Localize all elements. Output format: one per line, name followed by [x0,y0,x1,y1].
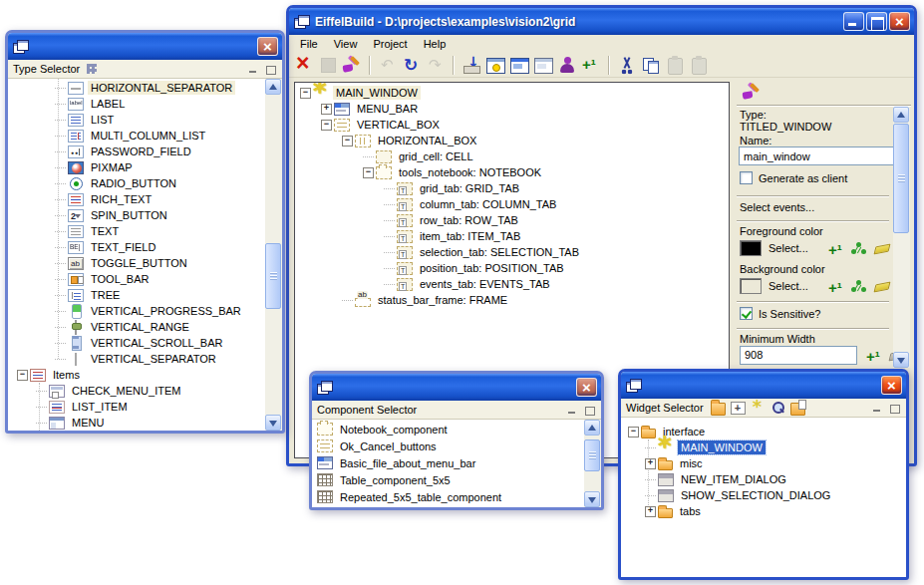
tree-row-label[interactable]: LABEL [9,96,282,112]
export-icon[interactable] [461,55,482,76]
inherit-value-icon[interactable] [850,241,866,256]
scroll-up-button[interactable] [893,107,909,123]
name-input[interactable] [739,146,896,165]
background-select-button[interactable]: Select... [769,280,808,292]
minimize-button[interactable] [843,12,864,31]
tree-row-text-field[interactable]: TEXT_FIELD [9,239,282,255]
tree-row-misc[interactable]: +misc [622,455,906,471]
tree-row-toggle-button[interactable]: TOGGLE_BUTTON [9,255,282,271]
tree-row-menu-bar[interactable]: +MENU_BAR [296,101,729,117]
tree-row-grid-cell-cell[interactable]: grid_cell: CELL [296,148,729,164]
tree-row-row-tab-row-tab[interactable]: row_tab: ROW_TAB [296,212,729,228]
tree-row-text[interactable]: TEXT [9,223,282,239]
tree-row-new-item-dialog[interactable]: NEW_ITEM_DIALOG [622,471,906,487]
window-plain-icon[interactable] [532,55,554,76]
tree-row-pixmap[interactable]: PIXMAP [9,159,282,175]
component-selector-caption[interactable]: Component Selector [312,401,601,420]
collapse-box[interactable]: − [17,370,28,381]
tree-row-vertical-scroll-bar[interactable]: VERTICAL_SCROLL_BAR [9,335,282,351]
tree-row-tool-bar[interactable]: TOOL_BAR [9,271,282,287]
user-icon[interactable] [556,55,578,76]
settings-window-icon[interactable] [484,55,506,76]
delete-icon[interactable] [293,55,315,76]
close-button[interactable] [889,12,910,31]
restore-button[interactable] [583,405,596,416]
tree-row-menu[interactable]: MENU [9,415,282,431]
expand-box[interactable]: + [321,104,332,115]
swap-icon[interactable] [401,55,423,76]
tree-row-table-component-5x5[interactable]: Table_component_5x5 [315,471,601,488]
tree-row-spin-button[interactable]: SPIN_BUTTON [9,207,282,223]
roll-up-button[interactable] [247,64,260,75]
expand-box[interactable]: + [645,506,656,517]
tree-row-horizontal-separator[interactable]: HORIZONTAL_SEPARATOR [9,80,282,96]
tree-row-check-menu-item[interactable]: CHECK_MENU_ITEM [9,383,282,399]
tree-row-vertical-progress-bar[interactable]: VERTICAL_PROGRESS_BAR [9,303,282,319]
widget-selector-titlebar[interactable] [621,372,906,399]
plusbox-icon[interactable] [731,402,746,415]
background-color-swatch[interactable] [740,278,762,294]
tree-row-main-window[interactable]: −MAIN_WINDOW [296,85,729,101]
tree-row-ok-cancel-buttons[interactable]: Ok_Cancel_buttons [315,438,601,454]
customize-icon[interactable] [341,55,363,76]
tree-row-items[interactable]: −Items [9,367,282,383]
collapse-box[interactable]: − [321,120,332,131]
scroll-thumb[interactable] [893,124,909,233]
reset-value-icon[interactable] [873,280,889,293]
collapse-box[interactable]: − [300,88,311,99]
reset-value-icon[interactable] [873,242,889,255]
type-selector-caption[interactable]: Type Selector [8,60,282,79]
tree-row-vertical-box[interactable]: −VERTICAL_BOX [296,117,729,133]
scroll-down-button[interactable] [893,352,909,368]
generate-as-client-checkbox[interactable] [740,171,753,184]
folder-doc-icon[interactable] [790,403,805,416]
tree-row-notebook-component[interactable]: Notebook_component [315,421,601,438]
foreground-color-swatch[interactable] [740,240,762,256]
widget-selector-caption[interactable]: Widget Selector [621,399,906,418]
tree-row-status-bar-frame-frame[interactable]: status_bar_frame: FRAME [296,292,729,308]
tree-row-rich-text[interactable]: RICH_TEXT [9,191,282,207]
tree-row-tree[interactable]: Tree [315,505,601,507]
tree-row-list[interactable]: LIST [9,112,282,128]
scroll-up-button[interactable] [265,79,281,95]
cut-icon[interactable] [616,55,638,76]
component-selector-titlebar[interactable] [312,374,601,401]
scroll-thumb[interactable] [265,243,281,309]
copy-icon[interactable] [640,55,662,76]
tree-row-position-tab-position-tab[interactable]: position_tab: POSITION_TAB [296,260,729,276]
add-constant-icon[interactable] [826,278,843,294]
close-button[interactable] [576,378,597,397]
scroll-thumb[interactable] [584,439,600,471]
star-sm-icon[interactable] [751,402,766,415]
menu-view[interactable]: View [326,36,366,52]
tree-row-basic-file-about-menu-bar[interactable]: Basic_file_about_menu_bar [315,454,601,471]
menu-project[interactable]: Project [365,36,415,52]
scroll-up-button[interactable] [584,420,600,436]
roll-up-button[interactable] [871,403,884,414]
tree-row-show-selection-dialog[interactable]: SHOW_SELECTION_DIALOG [622,487,906,503]
tree-row-list-item[interactable]: LIST_ITEM [9,399,282,415]
maximize-button[interactable] [866,12,887,31]
tree-row-grid-tab-grid-tab[interactable]: grid_tab: GRID_TAB [296,180,729,196]
tree-row-password-field[interactable]: PASSWORD_FIELD [9,144,282,159]
tree-row-selection-tab-selection-tab[interactable]: selection_tab: SELECTION_TAB [296,244,729,260]
close-button[interactable] [257,37,278,56]
restore-button[interactable] [264,64,277,75]
collapse-box[interactable]: − [342,136,353,146]
tree-row-tools-notebook-notebook[interactable]: −tools_notebook: NOTEBOOK [296,164,729,180]
is-sensitive-checkbox[interactable] [740,307,753,320]
collapse-box[interactable]: − [628,427,639,438]
collapse-box[interactable]: − [363,167,374,178]
tree-row-horizontal-box[interactable]: −HORIZONTAL_BOX [296,133,729,148]
addone-icon[interactable] [580,55,602,76]
add-constant-icon[interactable] [826,240,843,256]
window-titled-icon[interactable] [508,55,530,76]
tree-row-vertical-range[interactable]: VERTICAL_RANGE [9,319,282,335]
foreground-select-button[interactable]: Select... [769,242,808,254]
folder-icon[interactable] [711,403,726,416]
main-titlebar[interactable]: EiffelBuild - D:\projects\examples\visio… [289,8,914,35]
close-button[interactable] [881,376,902,395]
inherit-value-icon[interactable] [850,279,866,294]
scroll-down-button[interactable] [584,491,600,507]
tree-row-repeated-5x5-table-component[interactable]: Repeated_5x5_table_component [315,488,601,505]
